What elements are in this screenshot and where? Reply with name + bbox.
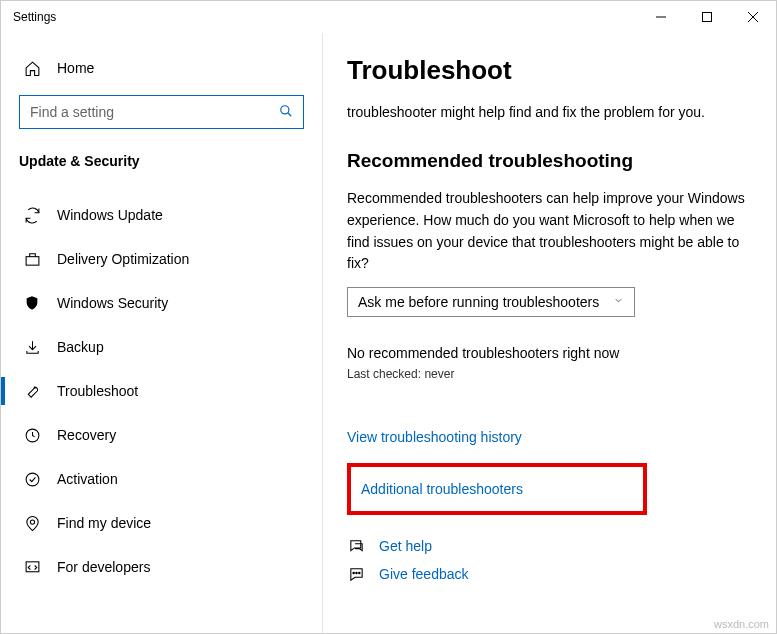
sidebar: Home Update & Security Windows Update De… [1,33,323,633]
wrench-icon [23,382,41,400]
select-value: Ask me before running troubleshooters [358,294,599,310]
svg-point-9 [30,519,34,523]
close-button[interactable] [730,1,776,33]
shield-icon [23,294,41,312]
nav-backup[interactable]: Backup [1,325,322,369]
nav-list: Windows Update Delivery Optimization Win… [1,193,322,589]
window-title: Settings [13,10,638,24]
home-label: Home [57,60,94,76]
view-history-link[interactable]: View troubleshooting history [347,429,752,445]
chevron-down-icon [613,295,624,309]
maximize-button[interactable] [684,1,730,33]
troubleshoot-preference-select[interactable]: Ask me before running troubleshooters [347,287,635,317]
recommended-heading: Recommended troubleshooting [347,150,752,172]
get-help-link[interactable]: Get help [379,538,432,554]
svg-point-11 [355,572,356,573]
svg-rect-6 [26,256,39,265]
nav-label: For developers [57,559,150,575]
location-icon [23,514,41,532]
svg-point-4 [281,105,289,113]
home-nav[interactable]: Home [1,53,322,95]
recovery-icon [23,426,41,444]
svg-line-5 [288,112,292,116]
status-text: No recommended troubleshooters right now [347,345,752,361]
nav-label: Windows Security [57,295,168,311]
nav-label: Activation [57,471,118,487]
chat-icon [347,537,365,555]
sync-icon [23,206,41,224]
give-feedback-row[interactable]: Give feedback [347,565,752,583]
nav-activation[interactable]: Activation [1,457,322,501]
nav-label: Backup [57,339,104,355]
search-field[interactable] [30,104,279,120]
section-title: Update & Security [1,153,322,177]
highlighted-box: Additional troubleshooters [347,463,647,515]
svg-rect-1 [703,13,712,22]
svg-point-12 [352,572,353,573]
window-controls [638,1,776,33]
nav-label: Delivery Optimization [57,251,189,267]
backup-icon [23,338,41,356]
nav-delivery-optimization[interactable]: Delivery Optimization [1,237,322,281]
give-feedback-link[interactable]: Give feedback [379,566,469,582]
nav-troubleshoot[interactable]: Troubleshoot [1,369,322,413]
nav-label: Windows Update [57,207,163,223]
delivery-icon [23,250,41,268]
developers-icon [23,558,41,576]
last-checked: Last checked: never [347,367,752,381]
nav-recovery[interactable]: Recovery [1,413,322,457]
content-area: Troubleshoot troubleshooter might help f… [323,33,776,633]
nav-windows-security[interactable]: Windows Security [1,281,322,325]
check-circle-icon [23,470,41,488]
home-icon [23,59,41,77]
nav-label: Recovery [57,427,116,443]
nav-label: Troubleshoot [57,383,138,399]
nav-label: Find my device [57,515,151,531]
additional-troubleshooters-link[interactable]: Additional troubleshooters [361,481,523,497]
nav-find-my-device[interactable]: Find my device [1,501,322,545]
page-title: Troubleshoot [347,55,752,86]
svg-rect-10 [26,561,39,571]
search-input[interactable] [19,95,304,129]
nav-windows-update[interactable]: Windows Update [1,193,322,237]
titlebar: Settings [1,1,776,33]
recommended-description: Recommended troubleshooters can help imp… [347,188,752,275]
intro-text: troubleshooter might help find and fix t… [347,102,752,122]
nav-for-developers[interactable]: For developers [1,545,322,589]
search-icon [279,104,293,121]
svg-point-13 [358,572,359,573]
get-help-row[interactable]: Get help [347,537,752,555]
feedback-icon [347,565,365,583]
svg-point-8 [26,473,39,486]
minimize-button[interactable] [638,1,684,33]
watermark: wsxdn.com [714,618,769,630]
